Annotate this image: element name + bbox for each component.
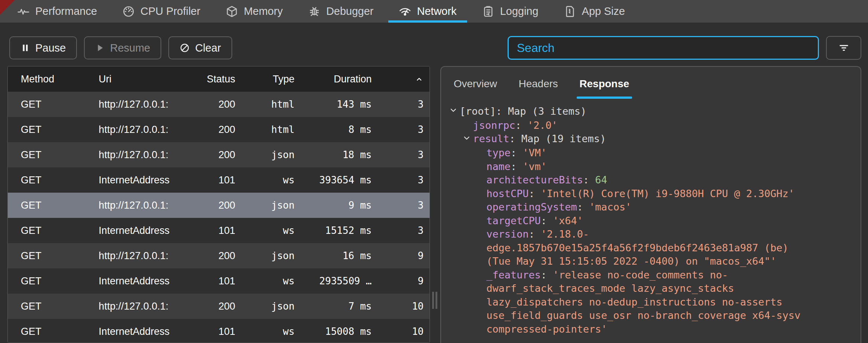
cell-timestamp: 3 xyxy=(372,225,430,236)
tab-label: Memory xyxy=(244,5,283,17)
cell-uri: http://127.0.0.1: xyxy=(99,250,195,262)
cell-uri: http://127.0.0.1: xyxy=(99,301,195,312)
tab-network[interactable]: Network xyxy=(386,0,469,23)
network-toolbar: Pause Resume Clear xyxy=(0,23,868,66)
tab-label: CPU Profiler xyxy=(140,5,200,17)
tab-logging[interactable]: Logging xyxy=(469,0,551,23)
json-segment-string: 'x64' xyxy=(553,215,583,226)
json-segment-plain: : xyxy=(541,269,553,281)
cell-duration: 15008 ms xyxy=(295,326,372,337)
resume-button[interactable]: Resume xyxy=(84,36,161,59)
tab-performance[interactable]: Performance xyxy=(4,0,110,23)
cell-type: json xyxy=(235,250,295,261)
json-segment-plain: : xyxy=(583,174,595,186)
json-segment-plain: : xyxy=(515,120,528,131)
response-json-tree: [root]: Map (3 items)jsonrpc: '2.0'resul… xyxy=(441,99,861,336)
table-row[interactable]: GET http://127.0.0.1: 200 json 7 ms 10 xyxy=(8,294,430,319)
column-header-timestamp[interactable] xyxy=(372,74,430,85)
cell-timestamp: 9 xyxy=(372,250,430,261)
cell-duration: 15152 ms xyxy=(295,225,372,236)
cell-type: ws xyxy=(235,225,295,236)
cell-timestamp: 9 xyxy=(372,275,430,287)
tab-response[interactable]: Response xyxy=(580,78,629,99)
cell-timestamp: 10 xyxy=(372,326,430,337)
json-segment-string: dwarf_stack_traces_mode lazy_async_stack… xyxy=(486,282,734,294)
panel-splitter[interactable] xyxy=(430,66,440,343)
tab-memory[interactable]: Memory xyxy=(213,0,295,23)
cell-type: json xyxy=(235,301,295,312)
json-segment-string: '2.0' xyxy=(527,120,557,131)
table-row[interactable]: GET InternetAddress 101 ws 2935509 … 9 xyxy=(8,268,430,294)
tab-cpu-profiler[interactable]: CPU Profiler xyxy=(110,0,213,23)
filter-button[interactable] xyxy=(826,36,861,60)
json-segment-key: name xyxy=(486,161,511,172)
table-row[interactable]: GET http://127.0.0.1: 200 json 18 ms 3 xyxy=(8,142,430,167)
table-row[interactable]: GET http://127.0.0.1: 200 json 9 ms 3 xyxy=(8,193,430,218)
cell-uri: http://127.0.0.1: xyxy=(99,99,195,110)
column-header-type[interactable]: Type xyxy=(235,74,295,85)
cell-status: 200 xyxy=(194,99,235,110)
column-header-uri[interactable]: Uri xyxy=(99,74,195,85)
json-tree-line: operatingSystem: 'macos' xyxy=(448,200,853,214)
cell-type: html xyxy=(235,99,295,110)
cell-uri: InternetAddress xyxy=(99,174,195,186)
json-segment-plain: : xyxy=(577,201,589,213)
network-table-body: GET http://127.0.0.1: 200 html 143 ms 3 … xyxy=(8,92,430,343)
table-row[interactable]: GET InternetAddress 101 ws 393654 ms 3 xyxy=(8,167,430,193)
column-header-status[interactable]: Status xyxy=(194,74,235,85)
json-segment-string: (Tue May 31 15:15:05 2022 -0400) on "mac… xyxy=(486,255,776,267)
cell-type: json xyxy=(235,149,295,160)
table-row[interactable]: GET InternetAddress 101 ws 15152 ms 3 xyxy=(8,218,430,243)
cell-timestamp: 3 xyxy=(372,200,430,211)
expander-caret-icon[interactable] xyxy=(462,133,473,147)
json-segment-string: use_field_guards use_osr no-branch_cover… xyxy=(486,310,800,321)
performance-icon xyxy=(17,5,30,18)
column-header-method[interactable]: Method xyxy=(8,74,99,85)
splitter-drag-handle-icon[interactable] xyxy=(432,292,437,309)
cell-timestamp: 3 xyxy=(372,124,430,135)
json-tree-line: use_field_guards use_osr no-branch_cover… xyxy=(448,309,853,323)
cell-status: 101 xyxy=(194,326,235,337)
json-segment-string: 'VM' xyxy=(523,147,547,159)
tab-app-size[interactable]: App Size xyxy=(551,0,638,23)
json-segment-string: '2.18.0- xyxy=(541,228,589,240)
clear-button[interactable]: Clear xyxy=(168,36,232,59)
pause-button[interactable]: Pause xyxy=(9,36,77,59)
tab-overview[interactable]: Overview xyxy=(454,78,497,99)
logging-icon xyxy=(482,5,495,18)
tab-debugger[interactable]: Debugger xyxy=(295,0,386,23)
debugger-icon xyxy=(308,5,321,18)
tab-label: App Size xyxy=(582,5,625,17)
cell-method: GET xyxy=(8,275,99,287)
network-content: Method Uri Status Type Duration GET http… xyxy=(0,66,868,343)
cell-status: 101 xyxy=(194,174,235,186)
cell-type: html xyxy=(235,124,295,135)
json-segment-key: _features xyxy=(486,269,541,281)
filter-icon xyxy=(838,42,849,53)
column-header-duration[interactable]: Duration xyxy=(295,74,372,85)
cell-duration: 8 ms xyxy=(295,124,372,135)
request-detail-panel: Overview Headers Response [root]: Map (3… xyxy=(440,66,861,343)
tab-label: Debugger xyxy=(326,5,373,17)
json-segment-string: 'macos' xyxy=(589,201,631,213)
resume-label: Resume xyxy=(110,42,150,54)
json-segment-number: 64 xyxy=(595,174,608,186)
table-row[interactable]: GET InternetAddress 101 ws 15008 ms 10 xyxy=(8,319,430,343)
expander-caret-icon[interactable] xyxy=(448,105,460,119)
json-segment-key: operatingSystem xyxy=(486,201,577,213)
json-tree-line: type: 'VM' xyxy=(448,146,853,160)
table-row[interactable]: GET http://127.0.0.1: 200 json 16 ms 9 xyxy=(8,243,430,268)
cell-timestamp: 3 xyxy=(372,99,430,110)
memory-icon xyxy=(226,5,238,18)
table-row[interactable]: GET http://127.0.0.1: 200 html 143 ms 3 xyxy=(8,92,430,117)
json-tree-line: _features: 'release no-code_comments no- xyxy=(448,268,853,282)
cell-duration: 9 ms xyxy=(295,200,372,211)
tab-headers[interactable]: Headers xyxy=(519,78,558,99)
search-input[interactable] xyxy=(508,36,819,60)
json-tree-line: architectureBits: 64 xyxy=(448,173,853,187)
table-row[interactable]: GET http://127.0.0.1: 200 html 8 ms 3 xyxy=(8,117,430,142)
json-tree-line: [root]: Map (3 items) xyxy=(448,105,853,119)
cell-type: json xyxy=(235,200,295,211)
cell-type: ws xyxy=(235,275,295,287)
cell-method: GET xyxy=(8,301,99,312)
